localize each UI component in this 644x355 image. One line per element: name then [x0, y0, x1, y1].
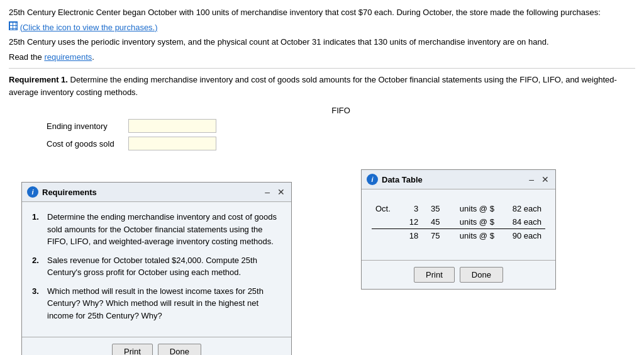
table-cell-label-2	[372, 215, 401, 229]
table-row: 18 75 units @ $ 90 each	[372, 229, 545, 243]
table-cell-date-3: 18	[401, 229, 422, 243]
data-table-done-button[interactable]: Done	[460, 267, 503, 283]
table-row: Oct. 3 35 units @ $ 82 each	[372, 202, 545, 215]
panels-area: i Requirements – ✕ 1. Determine the endi…	[9, 169, 635, 355]
table-cell-qty-2: 45	[422, 215, 443, 229]
fifo-section: FIFO Ending inventory Cost of goods sold	[47, 106, 635, 150]
table-cell-label-1: Oct.	[372, 202, 401, 215]
requirements-print-button[interactable]: Print	[112, 344, 153, 355]
requirements-panel: i Requirements – ✕ 1. Determine the endi…	[21, 182, 292, 355]
minimize-data-table-button[interactable]: –	[528, 174, 535, 184]
data-table-panel-body: Oct. 3 35 units @ $ 82 each 12 45 units …	[362, 189, 555, 260]
table-cell-unit-3: units @ $	[443, 229, 498, 243]
requirements-panel-footer: Print Done	[22, 337, 291, 355]
table-cell-date-1: 3	[401, 202, 422, 215]
requirement-item-2: 2. Sales revenue for October totaled $24…	[32, 254, 281, 279]
cogs-label: Cost of goods sold	[47, 139, 122, 149]
cogs-input[interactable]	[128, 137, 216, 150]
ending-inventory-input[interactable]	[128, 119, 216, 133]
requirements-panel-title: Requirements	[42, 188, 97, 197]
table-cell-qty-1: 35	[422, 202, 443, 215]
cogs-row: Cost of goods sold	[47, 137, 635, 150]
table-cell-unit-2: units @ $	[443, 215, 498, 229]
requirements-done-button[interactable]: Done	[158, 344, 201, 355]
table-cell-price-3: 90 each	[498, 229, 545, 243]
divider	[9, 68, 635, 69]
read-requirements-row: Read the requirements.	[9, 51, 635, 64]
data-table-panel-title: Data Table	[382, 175, 423, 184]
minimize-requirements-button[interactable]: –	[264, 187, 271, 197]
requirements-panel-body: 1. Determine the ending merchandise inve…	[22, 202, 291, 337]
data-table-panel-header: i Data Table – ✕	[362, 170, 555, 189]
requirement1-heading: Requirement 1. Determine the ending merc…	[9, 74, 635, 98]
click-link-row[interactable]: (Click the icon to view the purchases.)	[9, 21, 635, 34]
fifo-label: FIFO	[47, 106, 635, 115]
intro-line1: 25th Century Electronic Center began Oct…	[9, 6, 635, 19]
requirement-item-3: 3. Which method will result in the lowes…	[32, 285, 281, 322]
requirement-item-1: 1. Determine the ending merchandise inve…	[32, 211, 281, 248]
table-cell-date-2: 12	[401, 215, 422, 229]
close-requirements-button[interactable]: ✕	[276, 187, 286, 197]
ending-inventory-row: Ending inventory	[47, 119, 635, 133]
requirements-panel-header: i Requirements – ✕	[22, 183, 291, 202]
requirements-list: 1. Determine the ending merchandise inve…	[32, 211, 281, 322]
table-cell-price-2: 84 each	[498, 215, 545, 229]
grid-icon	[9, 21, 18, 30]
requirements-link[interactable]: requirements	[44, 52, 92, 62]
data-table-print-button[interactable]: Print	[414, 267, 455, 283]
table-row: 12 45 units @ $ 84 each	[372, 215, 545, 229]
table-cell-label-3	[372, 229, 401, 243]
table-cell-unit-1: units @ $	[443, 202, 498, 215]
view-purchases-link[interactable]: (Click the icon to view the purchases.)	[20, 21, 158, 34]
ending-inventory-label: Ending inventory	[47, 121, 122, 131]
table-cell-price-1: 82 each	[498, 202, 545, 215]
intro-line2: 25th Century uses the periodic inventory…	[9, 36, 635, 48]
close-data-table-button[interactable]: ✕	[540, 174, 550, 184]
data-table: Oct. 3 35 units @ $ 82 each 12 45 units …	[372, 202, 545, 242]
info-icon: i	[27, 186, 38, 198]
data-info-icon: i	[367, 174, 378, 185]
data-table-panel: i Data Table – ✕ Oct. 3 35 units @ $ 82 …	[361, 169, 556, 290]
table-cell-qty-3: 75	[422, 229, 443, 243]
data-table-panel-footer: Print Done	[362, 260, 555, 289]
